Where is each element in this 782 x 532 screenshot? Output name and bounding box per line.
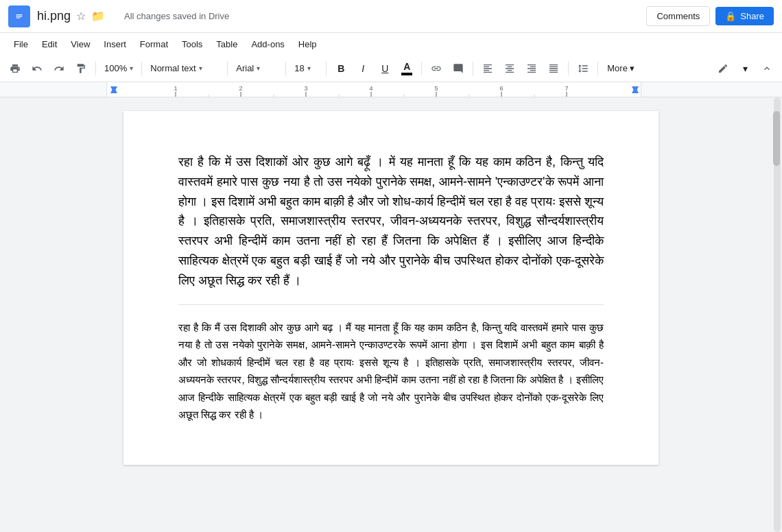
collapse-toolbar-button[interactable] (757, 59, 777, 78)
format-paint-button[interactable] (71, 59, 91, 78)
more-button[interactable]: More ▾ (603, 59, 639, 78)
toolbar: 100% ▾ Normal text ▾ Arial ▾ 18 ▾ B I U … (0, 55, 782, 82)
justify-button[interactable] (544, 59, 563, 78)
ruler: 1 2 3 4 5 6 7 (0, 82, 782, 97)
scrollbar[interactable] (772, 97, 782, 532)
font-dropdown-arrow: ▾ (257, 64, 260, 72)
svg-rect-3 (16, 17, 21, 18)
menu-bar: File Edit View Insert Format Tools Table… (0, 33, 782, 55)
font-select[interactable]: Arial ▾ (233, 59, 281, 78)
divider-2 (141, 62, 142, 75)
size-select[interactable]: 18 ▾ (291, 59, 321, 78)
comments-button[interactable]: Comments (646, 6, 710, 26)
redo-button[interactable] (49, 59, 69, 78)
main-area: रहा है कि में उस दिशाकों ओर कुछ आगे बढ़ू… (0, 97, 782, 532)
divider-4 (285, 62, 286, 75)
svg-text:2: 2 (239, 85, 242, 92)
star-icon[interactable]: ☆ (76, 10, 86, 23)
link-button[interactable] (427, 59, 446, 78)
ruler-body: 1 2 3 4 5 6 7 (106, 82, 641, 97)
svg-text:3: 3 (304, 85, 307, 92)
top-bar: hi.png ☆ 📁 All changes saved in Drive Co… (0, 0, 782, 33)
menu-format[interactable]: Format (134, 36, 174, 52)
divider-7 (473, 62, 473, 75)
svg-text:5: 5 (434, 85, 438, 92)
menu-help[interactable]: Help (293, 36, 322, 52)
paragraph-divider (178, 304, 604, 305)
paragraph-2[interactable]: रहा है कि मैं उस दिशाकी ओर कुछ आगे बढ़ ।… (178, 319, 604, 424)
divider-6 (421, 62, 422, 75)
lock-icon: 🔒 (725, 11, 736, 21)
italic-button[interactable]: I (353, 59, 372, 78)
top-actions: Comments 🔒 Share (646, 6, 774, 26)
underline-button[interactable]: U (375, 59, 394, 78)
svg-rect-2 (16, 16, 23, 16)
zoom-dropdown-arrow: ▾ (130, 64, 133, 72)
menu-insert[interactable]: Insert (98, 36, 132, 52)
editing-dropdown-arrow: ▾ (743, 63, 748, 74)
comment-button[interactable] (449, 59, 468, 78)
undo-button[interactable] (27, 59, 47, 78)
scrollbar-thumb[interactable] (773, 111, 780, 166)
divider-5 (326, 62, 327, 75)
editing-mode-button[interactable] (713, 59, 733, 78)
menu-tools[interactable]: Tools (176, 36, 208, 52)
divider-1 (95, 62, 96, 75)
folder-icon[interactable]: 📁 (91, 10, 105, 23)
left-margin (0, 97, 10, 532)
menu-edit[interactable]: Edit (36, 36, 62, 52)
menu-view[interactable]: View (65, 36, 95, 52)
menu-addons[interactable]: Add-ons (246, 36, 289, 52)
share-button[interactable]: 🔒 Share (715, 7, 774, 25)
divider-9 (597, 62, 598, 75)
zoom-select[interactable]: 100% ▾ (101, 59, 137, 78)
page-container[interactable]: रहा है कि में उस दिशाकों ओर कुछ आगे बढ़ू… (10, 97, 772, 532)
svg-text:7: 7 (565, 85, 568, 92)
text-color-button[interactable]: A (397, 59, 416, 78)
editing-dropdown-button[interactable]: ▾ (735, 59, 755, 78)
align-left-button[interactable] (478, 59, 497, 78)
style-select[interactable]: Normal text ▾ (147, 59, 222, 78)
menu-file[interactable]: File (8, 36, 34, 52)
document-page[interactable]: रहा है कि में उस दिशाकों ओर कुछ आगे बढ़ू… (123, 111, 659, 465)
align-right-button[interactable] (522, 59, 541, 78)
divider-8 (568, 62, 569, 75)
svg-text:6: 6 (499, 85, 503, 92)
svg-text:1: 1 (174, 85, 177, 92)
autosave-status: All changes saved in Drive (124, 11, 229, 21)
align-center-button[interactable] (500, 59, 519, 78)
svg-text:4: 4 (369, 85, 372, 92)
app-icon (8, 5, 30, 27)
text-color-label: A (403, 61, 410, 72)
paragraph-1[interactable]: रहा है कि में उस दिशाकों ओर कुछ आगे बढ़ू… (178, 152, 604, 291)
doc-title-area: hi.png ☆ 📁 All changes saved in Drive (37, 9, 646, 23)
doc-title[interactable]: hi.png (37, 9, 71, 23)
text-color-bar (401, 73, 412, 75)
style-dropdown-arrow: ▾ (199, 64, 202, 72)
size-dropdown-arrow: ▾ (307, 64, 311, 72)
divider-3 (227, 62, 228, 75)
scrollbar-track (774, 97, 781, 532)
line-spacing-button[interactable] (573, 59, 593, 78)
bold-button[interactable]: B (331, 59, 351, 78)
print-button[interactable] (5, 59, 25, 78)
menu-table[interactable]: Table (211, 36, 243, 52)
svg-rect-1 (16, 14, 23, 15)
